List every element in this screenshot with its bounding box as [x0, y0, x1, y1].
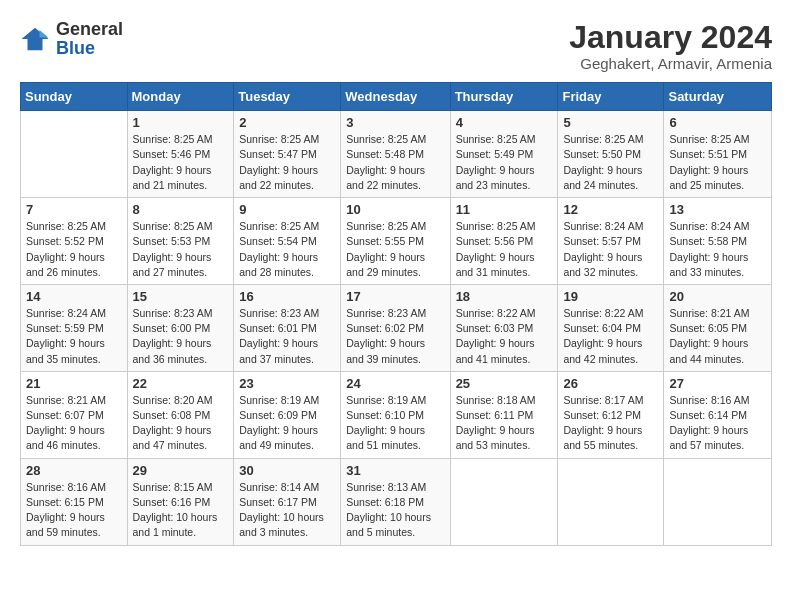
day-number: 18 — [456, 289, 553, 304]
calendar-cell: 1Sunrise: 8:25 AMSunset: 5:46 PMDaylight… — [127, 111, 234, 198]
day-number: 2 — [239, 115, 335, 130]
calendar-week-5: 28Sunrise: 8:16 AMSunset: 6:15 PMDayligh… — [21, 458, 772, 545]
calendar-header: SundayMondayTuesdayWednesdayThursdayFrid… — [21, 83, 772, 111]
calendar-cell — [664, 458, 772, 545]
calendar-cell: 13Sunrise: 8:24 AMSunset: 5:58 PMDayligh… — [664, 198, 772, 285]
day-info: Sunrise: 8:23 AMSunset: 6:02 PMDaylight:… — [346, 306, 444, 367]
svg-marker-0 — [22, 28, 49, 51]
calendar-cell: 31Sunrise: 8:13 AMSunset: 6:18 PMDayligh… — [341, 458, 450, 545]
weekday-row: SundayMondayTuesdayWednesdayThursdayFrid… — [21, 83, 772, 111]
calendar-cell: 22Sunrise: 8:20 AMSunset: 6:08 PMDayligh… — [127, 371, 234, 458]
day-info: Sunrise: 8:23 AMSunset: 6:00 PMDaylight:… — [133, 306, 229, 367]
day-number: 26 — [563, 376, 658, 391]
calendar-body: 1Sunrise: 8:25 AMSunset: 5:46 PMDaylight… — [21, 111, 772, 545]
calendar-cell: 27Sunrise: 8:16 AMSunset: 6:14 PMDayligh… — [664, 371, 772, 458]
day-info: Sunrise: 8:25 AMSunset: 5:55 PMDaylight:… — [346, 219, 444, 280]
calendar-cell: 11Sunrise: 8:25 AMSunset: 5:56 PMDayligh… — [450, 198, 558, 285]
day-info: Sunrise: 8:19 AMSunset: 6:10 PMDaylight:… — [346, 393, 444, 454]
calendar-cell: 25Sunrise: 8:18 AMSunset: 6:11 PMDayligh… — [450, 371, 558, 458]
calendar-cell: 29Sunrise: 8:15 AMSunset: 6:16 PMDayligh… — [127, 458, 234, 545]
calendar-cell: 28Sunrise: 8:16 AMSunset: 6:15 PMDayligh… — [21, 458, 128, 545]
day-info: Sunrise: 8:18 AMSunset: 6:11 PMDaylight:… — [456, 393, 553, 454]
calendar-cell: 17Sunrise: 8:23 AMSunset: 6:02 PMDayligh… — [341, 284, 450, 371]
calendar-cell: 20Sunrise: 8:21 AMSunset: 6:05 PMDayligh… — [664, 284, 772, 371]
weekday-header-thursday: Thursday — [450, 83, 558, 111]
weekday-header-wednesday: Wednesday — [341, 83, 450, 111]
day-number: 23 — [239, 376, 335, 391]
calendar-subtitle: Geghakert, Armavir, Armenia — [569, 55, 772, 72]
calendar-table: SundayMondayTuesdayWednesdayThursdayFrid… — [20, 82, 772, 545]
day-info: Sunrise: 8:22 AMSunset: 6:03 PMDaylight:… — [456, 306, 553, 367]
calendar-cell: 4Sunrise: 8:25 AMSunset: 5:49 PMDaylight… — [450, 111, 558, 198]
day-number: 1 — [133, 115, 229, 130]
calendar-cell: 16Sunrise: 8:23 AMSunset: 6:01 PMDayligh… — [234, 284, 341, 371]
day-info: Sunrise: 8:25 AMSunset: 5:56 PMDaylight:… — [456, 219, 553, 280]
day-info: Sunrise: 8:13 AMSunset: 6:18 PMDaylight:… — [346, 480, 444, 541]
calendar-cell: 14Sunrise: 8:24 AMSunset: 5:59 PMDayligh… — [21, 284, 128, 371]
calendar-cell: 6Sunrise: 8:25 AMSunset: 5:51 PMDaylight… — [664, 111, 772, 198]
day-number: 4 — [456, 115, 553, 130]
calendar-cell: 26Sunrise: 8:17 AMSunset: 6:12 PMDayligh… — [558, 371, 664, 458]
calendar-week-4: 21Sunrise: 8:21 AMSunset: 6:07 PMDayligh… — [21, 371, 772, 458]
day-info: Sunrise: 8:24 AMSunset: 5:58 PMDaylight:… — [669, 219, 766, 280]
page-header: General Blue January 2024 Geghakert, Arm… — [20, 20, 772, 72]
day-info: Sunrise: 8:21 AMSunset: 6:05 PMDaylight:… — [669, 306, 766, 367]
title-block: January 2024 Geghakert, Armavir, Armenia — [569, 20, 772, 72]
logo-text-blue: Blue — [56, 38, 95, 58]
day-info: Sunrise: 8:25 AMSunset: 5:46 PMDaylight:… — [133, 132, 229, 193]
calendar-cell: 30Sunrise: 8:14 AMSunset: 6:17 PMDayligh… — [234, 458, 341, 545]
day-number: 19 — [563, 289, 658, 304]
day-number: 17 — [346, 289, 444, 304]
calendar-cell: 7Sunrise: 8:25 AMSunset: 5:52 PMDaylight… — [21, 198, 128, 285]
day-number: 13 — [669, 202, 766, 217]
day-info: Sunrise: 8:22 AMSunset: 6:04 PMDaylight:… — [563, 306, 658, 367]
logo-text-general: General — [56, 19, 123, 39]
calendar-week-1: 1Sunrise: 8:25 AMSunset: 5:46 PMDaylight… — [21, 111, 772, 198]
day-info: Sunrise: 8:25 AMSunset: 5:54 PMDaylight:… — [239, 219, 335, 280]
day-info: Sunrise: 8:25 AMSunset: 5:50 PMDaylight:… — [563, 132, 658, 193]
day-info: Sunrise: 8:24 AMSunset: 5:57 PMDaylight:… — [563, 219, 658, 280]
day-number: 27 — [669, 376, 766, 391]
day-number: 22 — [133, 376, 229, 391]
day-info: Sunrise: 8:24 AMSunset: 5:59 PMDaylight:… — [26, 306, 122, 367]
calendar-cell: 8Sunrise: 8:25 AMSunset: 5:53 PMDaylight… — [127, 198, 234, 285]
calendar-cell — [558, 458, 664, 545]
calendar-cell: 3Sunrise: 8:25 AMSunset: 5:48 PMDaylight… — [341, 111, 450, 198]
logo-icon — [20, 24, 50, 54]
day-number: 24 — [346, 376, 444, 391]
day-info: Sunrise: 8:17 AMSunset: 6:12 PMDaylight:… — [563, 393, 658, 454]
calendar-cell: 21Sunrise: 8:21 AMSunset: 6:07 PMDayligh… — [21, 371, 128, 458]
day-info: Sunrise: 8:25 AMSunset: 5:53 PMDaylight:… — [133, 219, 229, 280]
day-info: Sunrise: 8:21 AMSunset: 6:07 PMDaylight:… — [26, 393, 122, 454]
calendar-week-2: 7Sunrise: 8:25 AMSunset: 5:52 PMDaylight… — [21, 198, 772, 285]
day-number: 21 — [26, 376, 122, 391]
day-info: Sunrise: 8:20 AMSunset: 6:08 PMDaylight:… — [133, 393, 229, 454]
weekday-header-saturday: Saturday — [664, 83, 772, 111]
day-number: 20 — [669, 289, 766, 304]
day-info: Sunrise: 8:16 AMSunset: 6:15 PMDaylight:… — [26, 480, 122, 541]
calendar-cell: 15Sunrise: 8:23 AMSunset: 6:00 PMDayligh… — [127, 284, 234, 371]
day-info: Sunrise: 8:25 AMSunset: 5:52 PMDaylight:… — [26, 219, 122, 280]
day-info: Sunrise: 8:25 AMSunset: 5:49 PMDaylight:… — [456, 132, 553, 193]
day-number: 15 — [133, 289, 229, 304]
calendar-cell: 9Sunrise: 8:25 AMSunset: 5:54 PMDaylight… — [234, 198, 341, 285]
day-info: Sunrise: 8:25 AMSunset: 5:47 PMDaylight:… — [239, 132, 335, 193]
day-info: Sunrise: 8:25 AMSunset: 5:51 PMDaylight:… — [669, 132, 766, 193]
svg-marker-1 — [40, 30, 49, 38]
day-info: Sunrise: 8:15 AMSunset: 6:16 PMDaylight:… — [133, 480, 229, 541]
day-number: 30 — [239, 463, 335, 478]
day-number: 28 — [26, 463, 122, 478]
day-number: 12 — [563, 202, 658, 217]
calendar-cell: 2Sunrise: 8:25 AMSunset: 5:47 PMDaylight… — [234, 111, 341, 198]
calendar-cell: 10Sunrise: 8:25 AMSunset: 5:55 PMDayligh… — [341, 198, 450, 285]
day-number: 8 — [133, 202, 229, 217]
day-number: 25 — [456, 376, 553, 391]
calendar-cell: 12Sunrise: 8:24 AMSunset: 5:57 PMDayligh… — [558, 198, 664, 285]
weekday-header-sunday: Sunday — [21, 83, 128, 111]
day-info: Sunrise: 8:16 AMSunset: 6:14 PMDaylight:… — [669, 393, 766, 454]
day-number: 6 — [669, 115, 766, 130]
day-number: 16 — [239, 289, 335, 304]
day-number: 29 — [133, 463, 229, 478]
weekday-header-friday: Friday — [558, 83, 664, 111]
calendar-week-3: 14Sunrise: 8:24 AMSunset: 5:59 PMDayligh… — [21, 284, 772, 371]
